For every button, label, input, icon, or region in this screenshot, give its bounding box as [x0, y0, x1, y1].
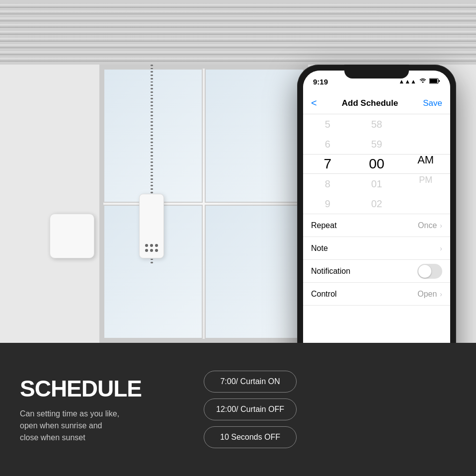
svg-rect-2 [439, 80, 440, 82]
schedule-tags-list: 7:00/ Curtain ON 12:00/ Curtain OFF 10 S… [204, 371, 297, 448]
status-icons: ▲▲▲ [398, 78, 440, 85]
status-time: 9:19 [313, 78, 328, 86]
notification-label: Notification [311, 267, 350, 276]
picker-item: 8 [303, 174, 352, 194]
page-title: Add Schedule [342, 98, 398, 108]
picker-item-selected: 7 [303, 154, 352, 174]
motor-indicator [145, 244, 158, 252]
chevron-right-icon: › [440, 244, 442, 252]
window-pane [205, 205, 304, 339]
phone-notch [344, 65, 409, 79]
back-button[interactable]: < [311, 97, 317, 109]
window-blinds [0, 0, 476, 65]
picker-item: 59 [352, 134, 401, 154]
blind-slat [0, 37, 476, 42]
blind-slat [0, 30, 476, 35]
blind-slat [0, 16, 476, 21]
time-picker[interactable]: 4 5 6 7 8 9 10 57 58 59 [303, 114, 450, 214]
picker-item [401, 126, 450, 138]
control-label: Control [311, 290, 337, 299]
settings-row-control[interactable]: Control Open › [303, 283, 450, 306]
tag-label: 12:00/ Curtain OFF [216, 405, 284, 414]
repeat-value: Once [418, 221, 437, 230]
picker-item [401, 190, 450, 202]
svg-rect-1 [430, 79, 437, 83]
schedule-tag-1: 7:00/ Curtain ON [204, 371, 297, 393]
bottom-text-block: SCHEDULE Can setting time as you like,op… [20, 375, 189, 444]
curtain-motor-device [139, 194, 164, 258]
picker-item: 5 [303, 114, 352, 134]
picker-item: 58 [352, 114, 401, 134]
schedule-tag-2: 12:00/ Curtain OFF [204, 398, 297, 420]
picker-item [401, 202, 450, 214]
description-text: Can setting time as you like,open when s… [20, 409, 119, 442]
blind-slat [0, 57, 476, 62]
picker-hours-column[interactable]: 4 5 6 7 8 9 10 [303, 114, 352, 214]
wifi-icon [419, 78, 427, 85]
schedule-description: Can setting time as you like,open when s… [20, 408, 189, 444]
phone-mockup: 9:19 ▲▲▲ < Add Schedule Sa [297, 65, 471, 343]
window-pane [103, 69, 203, 203]
picker-item [401, 114, 450, 126]
window-pane [205, 69, 304, 203]
notification-toggle[interactable] [417, 264, 442, 279]
picker-columns: 4 5 6 7 8 9 10 57 58 59 [303, 114, 450, 214]
picker-item: 02 [352, 194, 401, 214]
app-header: < Add Schedule Save [303, 92, 450, 114]
picker-item: 01 [352, 174, 401, 194]
picker-item [401, 138, 450, 150]
settings-row-repeat[interactable]: Repeat Once › [303, 214, 450, 237]
picker-ampm-column[interactable]: AM PM [401, 114, 450, 214]
note-label: Note [311, 244, 328, 253]
chevron-right-icon: › [440, 222, 442, 230]
picker-item-selected: 00 [352, 154, 401, 174]
picker-item-selected: AM [401, 150, 450, 170]
repeat-label: Repeat [311, 221, 337, 230]
blind-slat [0, 9, 476, 14]
picker-item: 6 [303, 134, 352, 154]
bottom-section: SCHEDULE Can setting time as you like,op… [0, 343, 476, 476]
window-frame [99, 65, 308, 343]
picker-item: PM [401, 170, 450, 190]
chevron-right-icon: › [440, 290, 442, 298]
save-button[interactable]: Save [423, 98, 442, 108]
window-panes [103, 69, 304, 339]
product-background: 9:19 ▲▲▲ < Add Schedule Sa [0, 0, 476, 343]
settings-row-note[interactable]: Note › [303, 237, 450, 260]
phone-body: 9:19 ▲▲▲ < Add Schedule Sa [297, 65, 456, 343]
control-value: Open [417, 290, 437, 299]
tag-label: 10 Seconds OFF [220, 433, 280, 442]
blind-slat [0, 3, 476, 8]
schedule-title: SCHEDULE [20, 375, 189, 402]
note-value-group: › [440, 244, 442, 252]
control-value-group: Open › [417, 290, 442, 299]
schedule-tag-3: 10 Seconds OFF [204, 426, 297, 448]
blind-slat [0, 43, 476, 48]
repeat-value-group: Once › [418, 221, 442, 230]
toggle-knob [418, 265, 431, 278]
settings-row-notification[interactable]: Notification [303, 260, 450, 283]
picker-minutes-column[interactable]: 57 58 59 00 01 02 03 [352, 114, 401, 214]
picker-item: 9 [303, 194, 352, 214]
battery-icon [429, 78, 440, 85]
blind-slat [0, 50, 476, 55]
blind-slat [0, 23, 476, 28]
tag-label: 7:00/ Curtain ON [220, 377, 280, 386]
signal-icon: ▲▲▲ [398, 78, 416, 85]
phone-screen: 9:19 ▲▲▲ < Add Schedule Sa [303, 71, 450, 343]
smart-hub-device [50, 214, 94, 258]
settings-list: Repeat Once › Note › [303, 214, 450, 306]
